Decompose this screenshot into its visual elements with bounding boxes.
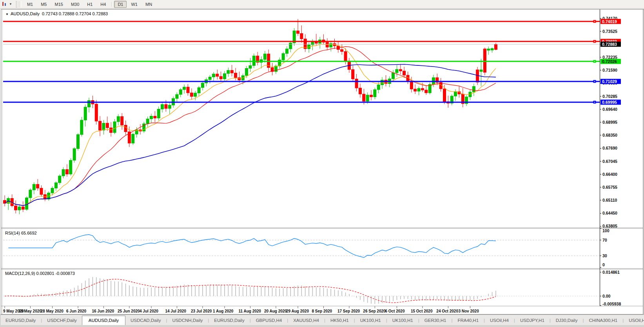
svg-text:0.69995: 0.69995 <box>602 100 617 105</box>
tab-eurusd-daily[interactable]: EURUSD,Daily <box>0 316 41 325</box>
price-tick-label: 0.67690 <box>602 146 617 150</box>
tab-fra40-h1[interactable]: FRA40,H1 <box>452 316 484 325</box>
price-tick-label: 0.64450 <box>602 211 617 215</box>
rsi-level-label: 70 <box>602 238 607 242</box>
price-tick-label: 0.69640 <box>602 107 617 112</box>
tab-hk50-h1[interactable]: HK50,H1 <box>325 316 354 325</box>
price-tick-label: 0.73525 <box>602 29 617 34</box>
date-label: 6 Oct 2020 <box>385 309 405 313</box>
price-tick-label: 0.65110 <box>602 198 617 202</box>
svg-text:0.71029: 0.71029 <box>602 79 617 84</box>
rsi-line <box>8 235 496 258</box>
trading-platform-window: ▼ M1M5M15M30H1H4D1W1MN ▼AUDUSD,Daily 0.7… <box>0 0 644 327</box>
price-tick-label: 0.63805 <box>602 224 617 228</box>
tab-usdjpy-h1[interactable]: USDJPY,H1 <box>515 316 550 325</box>
price-axis[interactable]: 0.741700.735250.728800.722350.715900.709… <box>600 9 621 306</box>
date-label: 15 Oct 2020 <box>411 309 433 313</box>
price-tick-label: 0.71590 <box>602 68 617 72</box>
tab-uk100-h1[interactable]: UK100,H1 <box>355 316 386 325</box>
status-strip <box>0 325 644 327</box>
date-label: 14 Jul 2020 <box>165 309 186 313</box>
symbol-dropdown-icon[interactable]: ▼ <box>5 13 9 16</box>
price-tick-label: 0.66400 <box>602 172 617 177</box>
price-tick-label: 0.70285 <box>602 94 617 99</box>
tab-eurusd-daily[interactable]: EURUSD,Daily <box>209 316 249 325</box>
svg-text:0.74019: 0.74019 <box>602 19 617 24</box>
date-label: 3 Nov 2020 <box>458 309 479 313</box>
date-label: 28 May 2020 <box>41 309 64 313</box>
tab-xauusd-h4[interactable]: XAUUSD,H4 <box>288 316 324 325</box>
date-label: 8 Sep 2020 <box>312 309 332 313</box>
tab-audusd-daily[interactable]: AUDUSD,Daily <box>82 316 125 325</box>
tab-china300-h1[interactable]: CHINA300,H1 <box>584 316 622 325</box>
macd-level-label: 0.014861 <box>602 270 620 275</box>
price-tick-label: 0.68995 <box>602 120 617 125</box>
rsi-level-label: 100 <box>602 228 610 233</box>
date-label: 24 Oct 2020 <box>436 309 458 313</box>
price-tick-label: 0.65755 <box>602 185 617 190</box>
date-label: 4 Jul 2020 <box>140 309 158 313</box>
svg-text:0.72883: 0.72883 <box>602 42 617 47</box>
date-label: 20 Aug 2020 <box>264 309 287 313</box>
date-label: 11 Aug 2020 <box>238 309 261 313</box>
svg-text:0.72026: 0.72026 <box>602 59 617 64</box>
chart-title-symbol: AUDUSD,Daily <box>11 11 40 16</box>
date-label: 1 Aug 2020 <box>213 309 234 313</box>
date-label: 17 Sep 2020 <box>337 309 360 313</box>
price-chart-canvas[interactable]: 100703000.0148610.00-0.0059380.741700.73… <box>0 0 644 314</box>
date-label: 26 Sep 2020 <box>363 309 386 313</box>
macd-level-label: -0.005938 <box>602 302 621 306</box>
candlesticks <box>4 19 497 214</box>
rsi-level-label: 0 <box>602 262 605 267</box>
price-tick-label: 0.67045 <box>602 159 617 164</box>
tab-uk100-h1[interactable]: UK100,H1 <box>387 316 418 325</box>
rsi-panel[interactable]: 10070300 <box>3 228 610 267</box>
tab-usoil-h4[interactable]: USOil,H4 <box>485 316 514 325</box>
date-label: 23 Jul 2020 <box>191 309 212 313</box>
macd-level-label: 0.00 <box>602 294 611 298</box>
macd-panel[interactable]: 0.0148610.00-0.005938 <box>3 270 621 306</box>
tab-dj30-daily[interactable]: DJ30,Daily <box>551 316 583 325</box>
rsi-indicator-label: RSI(14) 65.6692 <box>5 231 37 235</box>
date-label: 29 Aug 2020 <box>286 309 309 313</box>
tab-usdcnh-daily[interactable]: USDCNH,Daily <box>167 316 208 325</box>
price-tick-label: 0.68350 <box>602 133 617 137</box>
symbol-tab-bar: EURUSD,Daily|USDCHF,DailyAUDUSD,DailyUSD… <box>0 314 644 325</box>
date-label: 6 Jun 2020 <box>66 309 87 313</box>
main-price-panel[interactable] <box>3 19 600 214</box>
date-label: 19 May 2020 <box>18 309 42 313</box>
tab-usoil-h1[interactable]: USOil,H1 <box>624 316 644 325</box>
date-label: 16 Jun 2020 <box>92 309 114 313</box>
tab-usdchf-daily[interactable]: USDCHF,Daily <box>42 316 82 325</box>
time-axis[interactable]: 9 May 202019 May 202028 May 20206 Jun 20… <box>3 306 479 313</box>
chart-title-ohlc: 0.72743 0.72888 0.72704 0.72883 <box>42 11 108 16</box>
tab-ger30-h1[interactable]: GER30,H1 <box>419 316 452 325</box>
tabs-holder: EURUSD,Daily|USDCHF,DailyAUDUSD,DailyUSD… <box>0 316 644 325</box>
tab-usdcad-daily[interactable]: USDCAD,Daily <box>125 316 166 325</box>
macd-indicator-label: MACD(12,26,9) 0.002801 -0.000873 <box>5 271 75 276</box>
date-label: 25 Jun 2020 <box>118 309 140 313</box>
tab-gbpusd-h4[interactable]: GBPUSD,H4 <box>251 316 287 325</box>
chart-title: ▼AUDUSD,Daily 0.72743 0.72888 0.72704 0.… <box>5 11 108 16</box>
rsi-level-label: 30 <box>602 253 607 258</box>
